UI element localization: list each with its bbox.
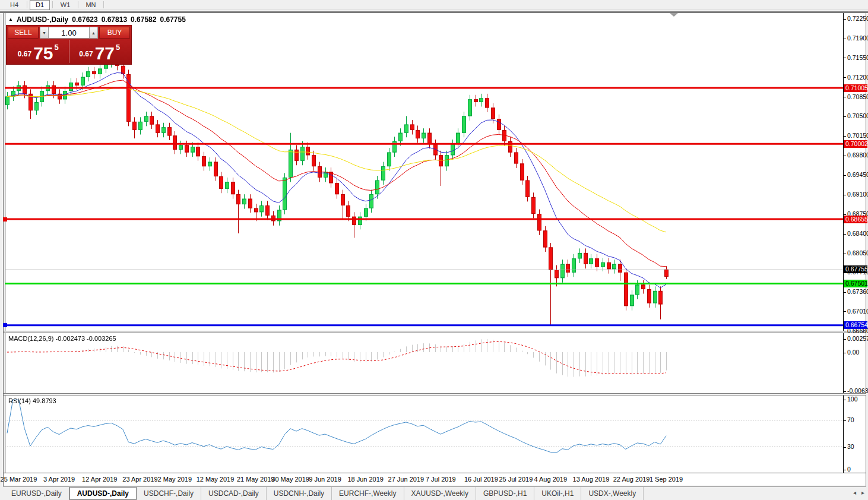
rsi-scale-tick: 30 xyxy=(844,443,854,450)
rsi-label: RSI(14) 49.8793 xyxy=(8,397,56,404)
tab-usdcad-daily[interactable]: USDCAD-,Daily xyxy=(201,487,267,500)
price-badge-resistance-3: 0.68655 xyxy=(844,216,867,223)
macd-values: -0.002473 -0.003265 xyxy=(55,335,116,342)
date-label: 3 Apr 2019 xyxy=(43,476,75,483)
ohlc-open: 0.67623 xyxy=(72,15,97,24)
date-label: 25 Jul 2019 xyxy=(499,476,533,483)
date-label: 12 May 2019 xyxy=(197,476,235,483)
toolbar-separator xyxy=(103,1,104,8)
sell-price-big: 75 xyxy=(33,46,53,61)
price-tick: 0.71550 xyxy=(844,54,868,61)
tab-eurchf-weekly[interactable]: EURCHF-,Weekly xyxy=(332,487,404,500)
window-border-left xyxy=(3,13,4,500)
toolbar-separator xyxy=(27,1,27,8)
date-label: 1 Sep 2019 xyxy=(650,476,683,483)
price-badge-current-price: 0.67755 xyxy=(844,265,867,273)
tab-eurusd-daily[interactable]: EURUSD-,Daily xyxy=(4,487,69,500)
date-label: 30 May 2019 xyxy=(271,476,309,483)
price-badge-resistance-1: 0.71005 xyxy=(844,84,867,92)
tab-usdchf-daily[interactable]: USDCHF-,Daily xyxy=(137,487,201,500)
tab-usdx-weekly[interactable]: USDX-,Weekly xyxy=(581,487,644,500)
hline-handle-support-blue[interactable] xyxy=(3,323,7,327)
macd-pane-canvas[interactable] xyxy=(5,333,843,393)
macd-scale-tick: -0.006326 xyxy=(844,387,868,394)
buy-price-pip: 5 xyxy=(116,43,120,52)
rsi-scale-tick: 70 xyxy=(844,416,854,423)
timeframe-W1[interactable]: W1 xyxy=(55,0,75,10)
macd-label: MACD(12,26,9) -0.002473 -0.003265 xyxy=(8,335,116,342)
tab-ukoil-h1[interactable]: UKOil-,H1 xyxy=(534,487,581,500)
price-badge-support-green: 0.67501 xyxy=(844,280,867,287)
pane-divider-rsi[interactable] xyxy=(4,393,866,395)
hline-handle-resistance3[interactable] xyxy=(3,217,7,221)
tab-scroll-right-icon[interactable]: ▸ xyxy=(861,489,864,496)
macd-scale-tick: 0.00 xyxy=(844,349,859,356)
rsi-scale-tick: 0 xyxy=(844,466,851,473)
date-label: 7 Jul 2019 xyxy=(426,476,456,483)
tab-scroll-left-icon[interactable]: ◂ xyxy=(853,489,856,496)
date-label: 23 Apr 2019 xyxy=(122,476,157,483)
tab-audusd-daily[interactable]: AUDUSD-,Daily xyxy=(69,487,137,500)
timeframe-toolbar: H4D1W1MN xyxy=(0,0,868,10)
date-label: 21 May 2019 xyxy=(237,476,275,483)
date-label: 9 Jun 2019 xyxy=(309,476,341,483)
rsi-pane-canvas[interactable] xyxy=(5,395,843,473)
sell-price[interactable]: 0.67 75 5 xyxy=(8,40,69,63)
tab-xauusd-weekly[interactable]: XAUUSD-,Weekly xyxy=(404,487,476,500)
rsi-scale-tick: 100 xyxy=(844,395,858,403)
ohlc-close: 0.67755 xyxy=(160,15,185,24)
toolbar-separator xyxy=(78,1,78,8)
toolbar-separator xyxy=(52,1,53,8)
buy-button[interactable]: BUY xyxy=(99,27,130,39)
price-tick: 0.70150 xyxy=(844,132,868,139)
price-tick: 0.70500 xyxy=(844,112,868,119)
chart-title: ▲ AUDUSD-,Daily 0.67623 0.67813 0.67582 … xyxy=(8,15,186,24)
sell-button[interactable]: SELL xyxy=(8,27,39,39)
volume-input[interactable] xyxy=(49,27,89,39)
price-badge-support-blue: 0.66754 xyxy=(844,321,867,329)
date-label: 4 Aug 2019 xyxy=(534,476,567,483)
price-tick: 0.71200 xyxy=(844,74,868,81)
tab-usdcnh-daily[interactable]: USDCNH-,Daily xyxy=(267,487,332,500)
macd-scale-tick: 0.002574 xyxy=(844,335,868,342)
price-tick: 0.71900 xyxy=(844,34,868,42)
macd-name: MACD(12,26,9) xyxy=(8,335,53,342)
volume-decrease-button[interactable]: ▼ xyxy=(40,27,49,39)
date-label: 13 Aug 2019 xyxy=(573,476,610,483)
sell-price-prefix: 0.67 xyxy=(18,50,31,58)
price-tick: 0.68400 xyxy=(844,230,868,237)
tab-scroll-arrows: ◂ ▸ xyxy=(853,489,864,496)
price-axis[interactable]: 0.722500.719000.715500.712000.708500.705… xyxy=(844,13,868,473)
timeframe-H4[interactable]: H4 xyxy=(4,0,24,10)
price-tick: 0.67360 xyxy=(844,288,868,295)
date-label: 16 Jul 2019 xyxy=(464,476,498,483)
date-label: 12 Apr 2019 xyxy=(82,476,117,483)
rsi-name: RSI(14) xyxy=(8,397,31,404)
buy-price[interactable]: 0.67 77 5 xyxy=(69,40,131,63)
price-tick: 0.69100 xyxy=(844,191,868,198)
price-tick: 0.67010 xyxy=(844,308,868,315)
timeframe-D1[interactable]: D1 xyxy=(30,0,50,10)
buy-price-prefix: 0.67 xyxy=(79,50,93,58)
price-badge-resistance-2: 0.70002 xyxy=(844,140,867,148)
volume-increase-button[interactable]: ▲ xyxy=(89,27,98,39)
collapse-triangle-icon[interactable]: ▲ xyxy=(8,17,13,22)
tab-gbpusd-h1[interactable]: GBPUSD-,H1 xyxy=(476,487,534,500)
date-label: 22 Aug 2019 xyxy=(613,476,650,483)
ohlc-high: 0.67813 xyxy=(102,15,127,24)
price-tick: 0.70850 xyxy=(844,93,868,100)
date-label: 25 Mar 2019 xyxy=(1,476,37,483)
ohlc-low: 0.67582 xyxy=(131,15,156,24)
pane-divider-macd[interactable] xyxy=(4,331,866,333)
price-tick: 0.69450 xyxy=(844,171,868,178)
volume-stepper: ▼ ▲ xyxy=(40,27,98,39)
symbol-label: AUDUSD-,Daily xyxy=(17,15,68,24)
price-tick: 0.68050 xyxy=(844,249,868,257)
date-label: 27 Jun 2019 xyxy=(388,476,425,483)
window-border-top xyxy=(0,11,868,12)
date-label: 2 May 2019 xyxy=(158,476,192,483)
timeframe-MN[interactable]: MN xyxy=(81,0,101,10)
date-axis[interactable]: 25 Mar 20193 Apr 201912 Apr 201923 Apr 2… xyxy=(5,473,843,486)
rsi-value: 49.8793 xyxy=(33,397,56,404)
tab-bar: EURUSD-,DailyAUDUSD-,DailyUSDCHF-,DailyU… xyxy=(3,486,866,500)
